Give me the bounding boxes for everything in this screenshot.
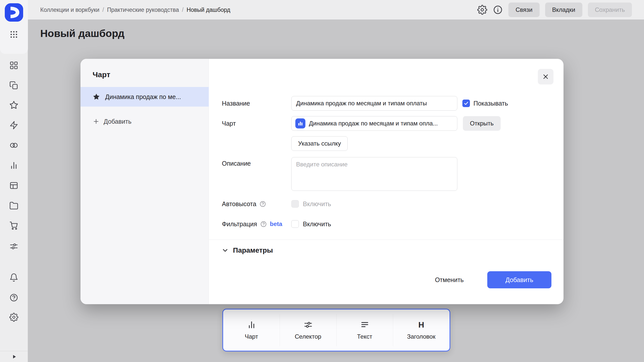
add-button[interactable]: Добавить — [487, 271, 551, 288]
settings-gear-icon[interactable] — [477, 5, 487, 15]
beta-badge: beta — [270, 220, 282, 228]
bar-chart-icon — [247, 320, 256, 329]
toolbar-item-label: Заголовок — [407, 333, 435, 340]
sliders-icon — [304, 320, 313, 329]
app-root: Коллекции и воркбуки / Практические руко… — [0, 0, 644, 362]
description-label: Описание — [222, 160, 251, 167]
dialog-sidebar: Чарт Динамика продаж по ме... Добавить — [80, 59, 209, 304]
sidebar — [0, 0, 28, 362]
autoheight-field-row: Автовысота — [222, 199, 266, 208]
chart-item-label: Динамика продаж по ме... — [105, 93, 181, 101]
filtering-label: Фильтрация — [222, 220, 257, 228]
table-icon[interactable] — [9, 181, 18, 190]
tabs-button[interactable]: Вкладки — [545, 3, 582, 17]
gear-icon[interactable] — [9, 313, 18, 322]
chart-list-item-selected[interactable]: Динамика продаж по ме... — [80, 87, 209, 107]
star-icon[interactable] — [9, 101, 18, 110]
filtering-field-row: Фильтрация beta — [222, 219, 282, 229]
apps-grid-icon[interactable] — [9, 30, 18, 39]
four-squares-icon[interactable] — [9, 61, 18, 70]
toolbar-item-selector[interactable]: Селектор — [280, 309, 336, 351]
widget-toolbar: Чарт Селектор Текст H Заголовок — [222, 309, 450, 351]
name-input[interactable] — [291, 96, 457, 111]
datalens-logo[interactable] — [5, 3, 23, 22]
breadcrumb-guides[interactable]: Практические руководства — [107, 7, 179, 13]
page-title: Новый дашборд — [40, 28, 125, 39]
header-actions: Связи Вкладки Сохранить — [477, 0, 632, 20]
sliders-icon[interactable] — [9, 242, 18, 251]
check-icon — [463, 101, 469, 106]
breadcrumb-current: Новый дашборд — [187, 7, 230, 13]
description-textarea[interactable] — [291, 157, 457, 191]
chart-field-row: Чарт — [222, 119, 236, 128]
expand-play-icon[interactable] — [11, 354, 17, 360]
chevron-down-icon — [221, 247, 229, 254]
name-label: Название — [222, 100, 250, 107]
circles-icon[interactable] — [9, 141, 18, 150]
layers-icon[interactable] — [9, 81, 18, 90]
cancel-button[interactable]: Отменить — [424, 271, 474, 288]
star-filled-icon — [93, 93, 100, 101]
cart-icon[interactable] — [9, 221, 18, 230]
toolbar-item-label: Текст — [357, 333, 372, 340]
add-item-button[interactable]: Добавить — [93, 116, 132, 127]
sidebar-collapse-strip — [0, 351, 28, 362]
chart-label: Чарт — [222, 120, 236, 127]
params-section-label: Параметры — [233, 246, 273, 254]
filtering-checkbox[interactable] — [291, 220, 299, 228]
close-button[interactable] — [538, 69, 553, 84]
bell-icon[interactable] — [9, 273, 18, 282]
heading-icon: H — [418, 320, 424, 329]
close-icon — [542, 73, 549, 80]
folder-icon[interactable] — [9, 201, 18, 210]
autoheight-checkbox-label: Включить — [303, 200, 331, 208]
text-lines-icon — [360, 320, 369, 329]
toolbar-item-label: Чарт — [245, 333, 258, 340]
chart-selector-chip[interactable]: Динамика продаж по месяцам и типам опла.… — [291, 116, 457, 131]
filtering-checkbox-label[interactable]: Включить — [303, 220, 331, 228]
filtering-help-icon[interactable] — [260, 221, 267, 228]
params-section-toggle[interactable]: Параметры — [221, 246, 273, 255]
toolbar-item-text[interactable]: Текст — [336, 309, 393, 351]
toolbar-item-heading[interactable]: H Заголовок — [393, 309, 450, 351]
breadcrumb-separator: / — [102, 7, 104, 13]
name-field-row: Название — [222, 99, 250, 108]
specify-link-button[interactable]: Указать ссылку — [291, 136, 348, 151]
chart-chip-icon — [295, 118, 305, 128]
description-field-row: Описание — [222, 159, 251, 168]
autoheight-checkbox[interactable] — [291, 200, 299, 208]
chart-chip-label: Динамика продаж по месяцам и типам опла.… — [309, 120, 438, 127]
save-button[interactable]: Сохранить — [588, 3, 632, 17]
show-checkbox-label[interactable]: Показывать — [473, 100, 508, 107]
plus-icon — [93, 118, 100, 125]
breadcrumb-collections[interactable]: Коллекции и воркбуки — [40, 7, 99, 13]
breadcrumb: Коллекции и воркбуки / Практические руко… — [40, 0, 230, 20]
breadcrumb-separator: / — [182, 7, 183, 13]
toolbar-item-chart[interactable]: Чарт — [223, 309, 280, 351]
autoheight-help-icon[interactable] — [259, 201, 266, 207]
dialog-title: Чарт — [93, 70, 110, 79]
help-circle-icon[interactable] — [9, 293, 18, 302]
open-chart-button[interactable]: Открыть — [463, 116, 501, 131]
lightning-icon[interactable] — [9, 121, 18, 130]
links-button[interactable]: Связи — [508, 3, 539, 17]
section-divider — [209, 240, 564, 240]
bar-chart-icon[interactable] — [9, 161, 18, 170]
autoheight-label: Автовысота — [222, 200, 256, 208]
info-icon[interactable] — [493, 5, 503, 15]
toolbar-item-label: Селектор — [295, 333, 321, 340]
add-item-label: Добавить — [104, 118, 132, 125]
top-header: Коллекции и воркбуки / Практические руко… — [0, 0, 644, 20]
show-checkbox[interactable] — [462, 100, 470, 107]
chart-dialog: Чарт Динамика продаж по ме... Добавить — [80, 59, 564, 304]
